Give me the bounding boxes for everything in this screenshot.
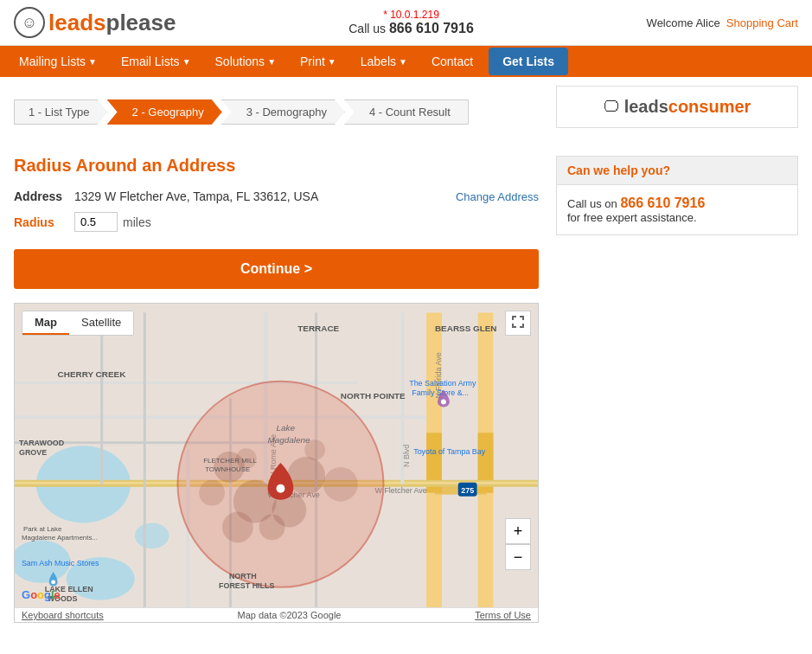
- step-geography[interactable]: 2 - Geography: [107, 99, 222, 125]
- svg-text:TARAWOOD: TARAWOOD: [19, 439, 65, 447]
- logo: ☺ leadsplease: [14, 7, 176, 38]
- help-box-header: Can we help you?: [557, 157, 797, 185]
- page-title: Radius Around an Address: [14, 156, 539, 176]
- caret-icon: ▼: [328, 57, 336, 67]
- terms-of-use[interactable]: Terms of Use: [475, 610, 531, 620]
- svg-text:FLETCHER MILL: FLETCHER MILL: [203, 457, 257, 465]
- nav-get-lists[interactable]: Get Lists: [489, 48, 568, 75]
- keyboard-shortcuts[interactable]: Keyboard shortcuts: [22, 610, 104, 620]
- caret-icon: ▼: [88, 57, 97, 67]
- address-value: 1329 W Fletcher Ave, Tampa, FL 33612, US…: [74, 189, 438, 203]
- svg-text:The Salvation Army: The Salvation Army: [409, 379, 476, 388]
- help-box-body: Call us on 866 610 7916 for free expert …: [557, 185, 797, 234]
- nav-solutions[interactable]: Solutions ▼: [203, 46, 289, 77]
- svg-point-60: [51, 580, 55, 584]
- svg-text:TERRACE: TERRACE: [297, 324, 339, 333]
- shopping-cart-link[interactable]: Shopping Cart: [726, 16, 798, 29]
- svg-text:NORTH POINTE: NORTH POINTE: [341, 391, 406, 401]
- welcome-text: Welcome Alice: [647, 16, 720, 29]
- svg-text:Toyota of Tampa Bay: Toyota of Tampa Bay: [413, 447, 486, 456]
- map-expand-button[interactable]: [505, 311, 531, 336]
- header: ☺ leadsplease * 10.0.1.219 Call us 866 6…: [0, 0, 812, 46]
- continue-button[interactable]: Continue >: [14, 249, 539, 289]
- svg-text:Magdalene Apartments...: Magdalene Apartments...: [22, 534, 98, 542]
- svg-text:275: 275: [461, 486, 474, 495]
- help-suffix: for free expert assistance.: [567, 211, 697, 224]
- svg-text:BEARSS GLEN: BEARSS GLEN: [435, 324, 497, 333]
- header-center: * 10.0.1.219 Call us 866 610 7916: [348, 9, 474, 36]
- svg-point-35: [199, 480, 225, 506]
- help-box: Can we help you? Call us on 866 610 7916…: [556, 156, 798, 235]
- map-container: Map Satellite 🧑 + −: [14, 303, 539, 623]
- map-svg: N Rome Ave N Blvd N Florida Ave W Fletch…: [15, 304, 538, 622]
- svg-rect-16: [15, 382, 358, 384]
- step-demography[interactable]: 3 - Demography: [221, 99, 345, 125]
- right-panel: Can we help you? Call us on 866 610 7916…: [556, 156, 798, 623]
- zoom-out-button[interactable]: −: [505, 544, 531, 570]
- miles-label: miles: [123, 215, 151, 229]
- logo-icon: ☺: [14, 7, 45, 38]
- logo-leads: leads: [48, 10, 106, 35]
- address-row: Address 1329 W Fletcher Ave, Tampa, FL 3…: [14, 189, 539, 203]
- map-tab-satellite[interactable]: Satellite: [69, 311, 133, 335]
- map-visual: N Rome Ave N Blvd N Florida Ave W Fletch…: [15, 304, 538, 622]
- caret-icon: ▼: [399, 57, 407, 67]
- help-phone: 866 610 7916: [620, 196, 705, 210]
- svg-rect-19: [144, 312, 146, 612]
- nav-mailing-lists[interactable]: Mailing Lists ▼: [7, 46, 109, 77]
- svg-text:N Blvd: N Blvd: [402, 445, 411, 467]
- map-tabs: Map Satellite: [22, 311, 134, 336]
- map-zoom-controls: + −: [505, 518, 531, 570]
- nav-print[interactable]: Print ▼: [288, 46, 348, 77]
- svg-text:CHERRY CREEK: CHERRY CREEK: [58, 369, 127, 379]
- header-right: Welcome Alice Shopping Cart: [647, 16, 798, 29]
- help-call-prefix: Call us on: [567, 197, 617, 210]
- change-address-link[interactable]: Change Address: [456, 190, 539, 203]
- map-data-credit: Map data ©2023 Google: [237, 610, 341, 620]
- zoom-in-button[interactable]: +: [505, 518, 531, 544]
- phone-number: Call us 866 610 7916: [348, 21, 474, 36]
- svg-text:TOWNHOUSE: TOWNHOUSE: [205, 465, 250, 473]
- radius-label: Radius: [14, 215, 74, 229]
- caret-icon: ▼: [267, 57, 276, 67]
- logo-text: leadsplease: [48, 10, 176, 36]
- svg-point-59: [441, 400, 446, 405]
- svg-point-32: [259, 515, 285, 541]
- address-label: Address: [14, 189, 74, 203]
- logo-please: please: [106, 10, 176, 35]
- svg-text:FOREST HILLS: FOREST HILLS: [219, 581, 274, 590]
- svg-text:NORTH: NORTH: [229, 572, 257, 580]
- svg-point-38: [277, 484, 285, 493]
- map-footer: Keyboard shortcuts Map data ©2023 Google…: [15, 607, 538, 622]
- map-tab-map[interactable]: Map: [22, 311, 69, 335]
- leads-consumer-logo: 🖵 leadsconsumer: [556, 86, 798, 128]
- svg-text:Magdalene: Magdalene: [268, 435, 311, 445]
- nav-labels[interactable]: Labels ▼: [348, 46, 419, 77]
- svg-point-33: [222, 512, 253, 543]
- svg-text:Park at Lake: Park at Lake: [23, 525, 62, 533]
- left-panel: Radius Around an Address Address 1329 W …: [14, 156, 539, 623]
- svg-text:GROVE: GROVE: [19, 448, 47, 457]
- radius-row: Radius miles: [14, 212, 539, 232]
- nav-contact[interactable]: Contact: [419, 46, 485, 77]
- caret-icon: ▼: [182, 57, 191, 67]
- svg-point-4: [135, 523, 169, 548]
- version: * 10.0.1.219: [348, 9, 474, 21]
- main-content: Radius Around an Address Address 1329 W …: [0, 156, 812, 623]
- nav-email-lists[interactable]: Email Lists ▼: [109, 46, 203, 77]
- step-list-type[interactable]: 1 - List Type: [14, 99, 108, 125]
- svg-point-34: [323, 467, 358, 502]
- svg-text:Sam Ash Music Stores: Sam Ash Music Stores: [22, 559, 99, 567]
- nav: Mailing Lists ▼ Email Lists ▼ Solutions …: [0, 46, 812, 77]
- svg-rect-18: [100, 312, 103, 484]
- lc-consumer: consumer: [668, 97, 751, 116]
- svg-text:Lake: Lake: [277, 423, 296, 433]
- breadcrumb: 1 - List Type 2 - Geography 3 - Demograp…: [14, 99, 468, 125]
- google-logo: Google: [22, 588, 61, 601]
- lc-leads: leads: [624, 97, 668, 116]
- step-count-result[interactable]: 4 - Count Result: [344, 99, 469, 125]
- radius-input[interactable]: [74, 212, 118, 232]
